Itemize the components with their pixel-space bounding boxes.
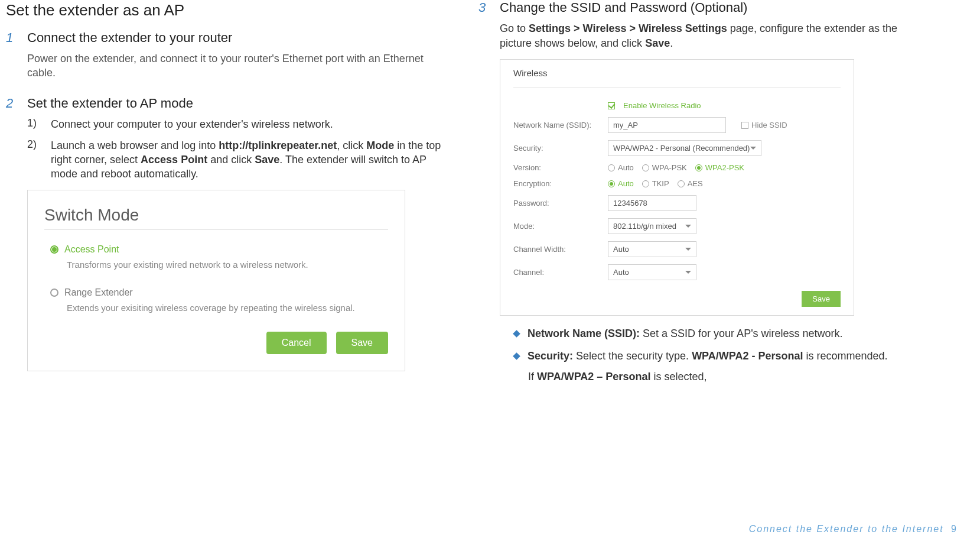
wireless-save-button[interactable]: Save xyxy=(802,291,841,307)
radio-access-point-label: Access Point xyxy=(64,244,119,255)
hide-ssid-label: Hide SSID xyxy=(751,121,787,129)
text: Go to xyxy=(500,22,529,34)
page-footer: Connect the Extender to the Internet 9 xyxy=(749,524,956,534)
note-security-sub: If WPA/WPA2 – Personal is selected, xyxy=(528,371,916,383)
channel-value: Auto xyxy=(613,268,629,277)
version-wpa2-radio[interactable]: WPA2-PSK xyxy=(695,163,744,172)
substep-2-1-text: Connect your computer to your extender's… xyxy=(51,117,443,131)
ssid-label: Network Name (SSID): xyxy=(513,121,608,129)
url-text: http://tplinkrepeater.net xyxy=(219,140,337,151)
save-button[interactable]: Save xyxy=(336,332,388,354)
version-wpa-label: WPA-PSK xyxy=(652,163,687,172)
text: and click xyxy=(207,154,255,166)
version-label: Version: xyxy=(513,163,608,172)
text: Launch a web browser and log into xyxy=(51,140,219,151)
text: is selected, xyxy=(650,371,706,383)
encryption-auto-radio[interactable]: Auto xyxy=(608,179,634,188)
note-ssid: Network Name (SSID): Set a SSID for your… xyxy=(528,326,916,341)
version-auto-label: Auto xyxy=(618,163,634,172)
radio-range-extender[interactable]: Range Extender xyxy=(50,287,388,298)
text: If xyxy=(528,371,537,383)
text: , click xyxy=(337,140,366,151)
encryption-tkip-radio[interactable]: TKIP xyxy=(642,179,669,188)
radio-access-point[interactable]: Access Point xyxy=(50,244,388,255)
chevron-down-icon xyxy=(750,147,756,150)
version-wpa2-label: WPA2-PSK xyxy=(705,163,744,172)
diamond-bullet-icon xyxy=(513,330,520,338)
encryption-auto-label: Auto xyxy=(618,179,634,188)
switch-mode-figure: Switch Mode Access Point Transforms your… xyxy=(27,190,405,371)
radio-selected-icon xyxy=(50,245,58,254)
chevron-down-icon xyxy=(685,225,691,228)
wireless-heading: Wireless xyxy=(513,68,841,82)
step-2-title: Set the extender to AP mode xyxy=(27,96,443,111)
channel-width-select[interactable]: Auto xyxy=(608,241,696,257)
text: Select the security type. xyxy=(573,350,692,362)
text: is recommended. xyxy=(803,350,887,362)
step-number-3: 3 xyxy=(478,0,489,15)
note-ssid-text: Set a SSID for your AP's wireless networ… xyxy=(640,328,843,339)
password-label: Password: xyxy=(513,199,608,208)
encryption-tkip-label: TKIP xyxy=(652,179,669,188)
cancel-button[interactable]: Cancel xyxy=(266,332,327,354)
enable-wireless-checkbox[interactable] xyxy=(608,102,615,109)
channel-label: Channel: xyxy=(513,268,608,277)
ap-bold: Access Point xyxy=(141,154,207,166)
radio-range-extender-label: Range Extender xyxy=(64,287,133,298)
wireless-panel: Wireless Enable Wireless Radio Network N… xyxy=(500,59,854,316)
security-label: Security: xyxy=(513,144,608,153)
section-title-ap: Set the extender as an AP xyxy=(6,1,443,20)
divider xyxy=(513,87,841,88)
mode-bold: Mode xyxy=(366,140,394,151)
channel-width-value: Auto xyxy=(613,245,629,254)
footer-text: Connect the Extender to the Internet xyxy=(749,524,944,534)
substep-2-2-text: Launch a web browser and log into http:/… xyxy=(51,138,443,182)
note-security-label: Security: xyxy=(528,350,573,362)
channel-select[interactable]: Auto xyxy=(608,264,696,280)
radio-range-extender-desc: Extends your exisiting wireless coverage… xyxy=(67,302,388,314)
text: . xyxy=(670,37,673,49)
radio-access-point-desc: Transforms your existing wired network t… xyxy=(67,258,388,271)
page-number: 9 xyxy=(951,524,956,534)
step-3-title: Change the SSID and Password (Optional) xyxy=(500,0,916,15)
step-1-desc: Power on the extender, and connect it to… xyxy=(27,51,443,80)
security-select[interactable]: WPA/WPA2 - Personal (Recommended) xyxy=(608,140,761,156)
encryption-aes-label: AES xyxy=(688,179,703,188)
mode-label: Mode: xyxy=(513,222,608,231)
mode-value: 802.11b/g/n mixed xyxy=(613,222,676,231)
step-3-desc: Go to Settings > Wireless > Wireless Set… xyxy=(500,21,916,51)
security-value: WPA/WPA2 - Personal (Recommended) xyxy=(613,144,750,153)
note-ssid-label: Network Name (SSID): xyxy=(528,328,640,339)
save-bold: Save xyxy=(255,154,279,166)
chevron-down-icon xyxy=(685,248,691,251)
substep-2-2-num: 2) xyxy=(27,138,43,182)
save-bold: Save xyxy=(645,37,670,49)
step-1-title: Connect the extender to your router xyxy=(27,30,443,46)
version-auto-radio[interactable]: Auto xyxy=(608,163,634,172)
radio-unselected-icon xyxy=(50,289,58,297)
step-number-1: 1 xyxy=(6,30,17,46)
ssid-input[interactable]: my_AP xyxy=(608,117,726,133)
version-wpa-radio[interactable]: WPA-PSK xyxy=(642,163,687,172)
note-security-strong: WPA/WPA2 - Personal xyxy=(692,350,803,362)
substep-2-1-num: 1) xyxy=(27,117,43,131)
enable-wireless-label: Enable Wireless Radio xyxy=(623,101,701,110)
channel-width-label: Channel Width: xyxy=(513,245,608,254)
divider xyxy=(44,229,388,230)
chevron-down-icon xyxy=(685,271,691,274)
breadcrumb-path: Settings > Wireless > Wireless Settings xyxy=(529,22,727,34)
encryption-label: Encryption: xyxy=(513,179,608,188)
checkbox-unchecked-icon xyxy=(741,122,748,129)
diamond-bullet-icon xyxy=(513,352,520,360)
password-input[interactable]: 12345678 xyxy=(608,195,696,211)
mode-select[interactable]: 802.11b/g/n mixed xyxy=(608,218,696,234)
encryption-aes-radio[interactable]: AES xyxy=(678,179,703,188)
note-security-sub-strong: WPA/WPA2 – Personal xyxy=(537,371,650,383)
step-number-2: 2 xyxy=(6,96,17,111)
note-security: Security: Select the security type. WPA/… xyxy=(528,349,916,364)
switch-mode-title: Switch Mode xyxy=(44,206,388,225)
hide-ssid-checkbox[interactable]: Hide SSID xyxy=(741,121,787,129)
